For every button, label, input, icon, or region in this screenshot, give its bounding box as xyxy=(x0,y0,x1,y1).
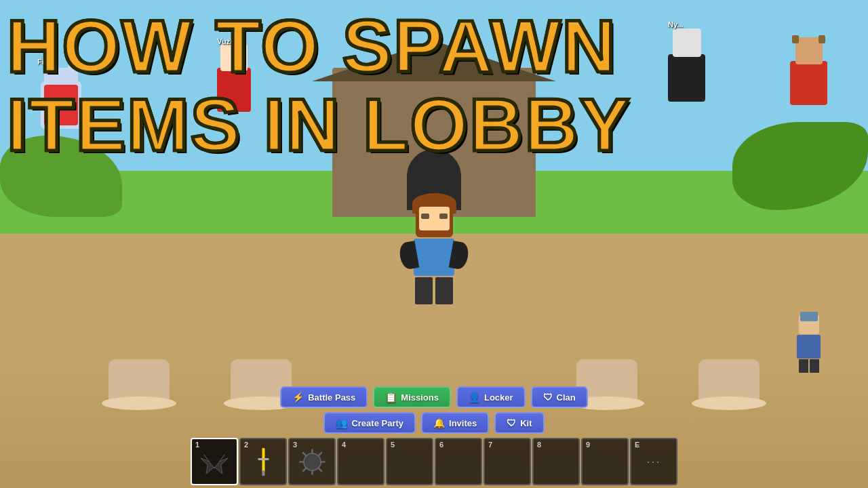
missions-button[interactable]: 📋 Missions xyxy=(373,386,451,408)
player-char-topleft: Fiu... xyxy=(41,81,81,129)
hotbar-slot-1[interactable]: 1 xyxy=(191,438,238,485)
kit-button[interactable]: 🛡 Kit xyxy=(494,412,544,434)
missions-icon: 📋 xyxy=(385,392,397,403)
spiky-item-icon xyxy=(297,447,328,477)
hotbar-slot-9[interactable]: 9 xyxy=(581,438,629,485)
slot-number-8: 8 xyxy=(537,441,541,449)
hotbar-slot-e[interactable]: E ··· xyxy=(630,438,677,485)
hotbar-slot-4[interactable]: 4 xyxy=(337,438,384,485)
create-party-label: Create Party xyxy=(351,418,403,428)
missions-label: Missions xyxy=(401,392,439,403)
hotbar-slot-8[interactable]: 8 xyxy=(532,438,580,485)
main-character xyxy=(414,203,454,304)
player-char-ny: Ny... xyxy=(668,54,705,102)
player-char-far-right xyxy=(790,61,827,105)
action-buttons-row1: ⚡ Battle Pass 📋 Missions 👤 Locker 🛡 Clan xyxy=(0,386,868,408)
player-char-vuzi: Vuzi xyxy=(217,68,251,112)
bat-item-icon xyxy=(201,448,228,475)
player-name-ny: Ny... xyxy=(668,20,683,28)
overflow-dots: ··· xyxy=(646,455,660,469)
side-player-right xyxy=(790,315,827,369)
slot-number-1: 1 xyxy=(195,441,199,449)
svg-line-8 xyxy=(303,453,307,456)
clan-label: Clan xyxy=(557,392,576,403)
sword-item-icon xyxy=(252,445,275,479)
svg-rect-2 xyxy=(262,470,264,476)
kit-icon: 🛡 xyxy=(507,418,516,428)
slot-number-6: 6 xyxy=(439,441,443,449)
create-party-icon: 👥 xyxy=(336,418,347,428)
invites-icon: 🔔 xyxy=(433,418,445,428)
player-name-topleft: Fiu... xyxy=(37,58,55,66)
action-buttons-row2: 👥 Create Party 🔔 Invites 🛡 Kit xyxy=(0,412,868,434)
svg-line-9 xyxy=(318,468,321,471)
ui-bottom: ⚡ Battle Pass 📋 Missions 👤 Locker 🛡 Clan… xyxy=(0,386,868,488)
player-name-vuzi: Vuzi xyxy=(217,37,232,45)
battle-pass-label: Battle Pass xyxy=(308,392,355,403)
create-party-button[interactable]: 👥 Create Party xyxy=(323,412,416,434)
battle-pass-icon: ⚡ xyxy=(292,392,304,403)
svg-line-11 xyxy=(303,468,307,471)
hotbar-slot-5[interactable]: 5 xyxy=(386,438,433,485)
battle-pass-button[interactable]: ⚡ Battle Pass xyxy=(280,386,368,408)
invites-label: Invites xyxy=(449,418,477,428)
slot-number-4: 4 xyxy=(342,441,346,449)
hotbar-slot-3[interactable]: 3 xyxy=(288,438,336,485)
hotbar-slot-2[interactable]: 2 xyxy=(239,438,287,485)
slot-number-5: 5 xyxy=(391,441,395,449)
slot-number-7: 7 xyxy=(488,441,492,449)
slot-number-e: E xyxy=(635,441,639,449)
slot-number-2: 2 xyxy=(244,441,248,449)
hotbar-slot-7[interactable]: 7 xyxy=(484,438,531,485)
locker-label: Locker xyxy=(484,392,513,403)
svg-line-10 xyxy=(318,453,321,456)
slot-number-3: 3 xyxy=(293,441,297,449)
invites-button[interactable]: 🔔 Invites xyxy=(421,412,489,434)
hotbar-slot-6[interactable]: 6 xyxy=(435,438,482,485)
clan-icon: 🛡 xyxy=(543,392,553,403)
hotbar: 1 2 3 xyxy=(0,438,868,488)
locker-button[interactable]: 👤 Locker xyxy=(456,386,526,408)
kit-label: Kit xyxy=(520,418,532,428)
clan-button[interactable]: 🛡 Clan xyxy=(531,386,588,408)
svg-rect-1 xyxy=(258,458,269,460)
locker-icon: 👤 xyxy=(469,392,480,403)
slot-number-9: 9 xyxy=(586,441,590,449)
